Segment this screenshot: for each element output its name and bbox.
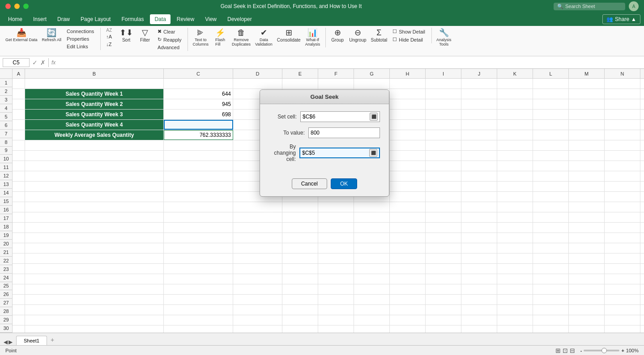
cell-H11[interactable] <box>390 182 426 191</box>
cell-F21[interactable] <box>318 284 354 294</box>
cell-D15[interactable] <box>233 223 282 232</box>
cell-K5[interactable] <box>497 120 533 130</box>
remove-duplicates-button[interactable]: 🗑 RemoveDuplicates <box>230 28 252 47</box>
cell-N18[interactable] <box>605 254 640 263</box>
minimize-button[interactable] <box>14 4 20 9</box>
cell-L25[interactable] <box>533 325 569 333</box>
cell-K1[interactable] <box>497 79 533 89</box>
tab-nav-right[interactable]: ▶ <box>9 339 13 345</box>
cell-M19[interactable] <box>569 264 605 274</box>
cell-K4[interactable] <box>497 110 533 119</box>
cell-E1[interactable] <box>282 79 318 89</box>
cell-D20[interactable] <box>233 274 282 284</box>
cell-H17[interactable] <box>390 243 426 253</box>
cell-C5[interactable] <box>164 120 233 130</box>
maximize-button[interactable] <box>23 4 29 9</box>
cell-D25[interactable] <box>233 325 282 333</box>
cell-L2[interactable] <box>533 89 569 99</box>
cell-K2[interactable] <box>497 89 533 99</box>
cell-I7[interactable] <box>426 140 461 150</box>
cell-N5[interactable] <box>605 120 640 130</box>
cell-L5[interactable] <box>533 120 569 130</box>
cell-K10[interactable] <box>497 171 533 181</box>
cell-E22[interactable] <box>282 295 318 304</box>
cell-J12[interactable] <box>461 192 497 202</box>
cell-I11[interactable] <box>426 182 461 191</box>
cell-C8[interactable] <box>164 151 233 161</box>
cell-I20[interactable] <box>426 274 461 284</box>
cell-M5[interactable] <box>569 120 605 130</box>
cell-C10[interactable] <box>164 171 233 181</box>
col-header-C[interactable]: C <box>164 69 233 78</box>
cell-B14[interactable] <box>25 212 164 222</box>
cell-J22[interactable] <box>461 295 497 304</box>
cell-F1[interactable] <box>318 79 354 89</box>
cell-L7[interactable] <box>533 140 569 150</box>
cell-G17[interactable] <box>354 243 390 253</box>
cell-C14[interactable] <box>164 212 233 222</box>
cell-M16[interactable] <box>569 233 605 243</box>
cell-J8[interactable] <box>461 151 497 161</box>
cell-L23[interactable] <box>533 305 569 315</box>
menu-review[interactable]: Review <box>172 14 199 24</box>
to-value-field[interactable] <box>311 130 378 136</box>
cell-I25[interactable] <box>426 325 461 333</box>
analysis-tools-button[interactable]: 🔧 AnalysisTools <box>435 28 453 47</box>
cell-B3[interactable]: Sales Quantity Week 2 <box>25 99 164 109</box>
cell-H3[interactable] <box>390 99 426 109</box>
cell-H24[interactable] <box>390 315 426 325</box>
cell-H13[interactable] <box>390 202 426 212</box>
cell-M6[interactable] <box>569 130 605 140</box>
cell-J13[interactable] <box>461 202 497 212</box>
cell-A11[interactable] <box>13 182 25 191</box>
cell-L17[interactable] <box>533 243 569 253</box>
col-header-I[interactable]: I <box>426 69 461 78</box>
cell-J7[interactable] <box>461 140 497 150</box>
cell-B15[interactable] <box>25 223 164 232</box>
cell-H5[interactable] <box>390 120 426 130</box>
what-if-analysis-button[interactable]: 📊 What-IfAnalysis <box>303 28 322 47</box>
by-changing-cell-input[interactable]: ⬛ <box>299 148 380 158</box>
cell-I9[interactable] <box>426 161 461 171</box>
cell-G23[interactable] <box>354 305 390 315</box>
cell-L14[interactable] <box>533 212 569 222</box>
cell-E25[interactable] <box>282 325 318 333</box>
cell-A23[interactable] <box>13 305 25 315</box>
cell-D13[interactable] <box>233 202 282 212</box>
formula-input[interactable] <box>58 59 641 66</box>
share-button[interactable]: 👥 Share ▲ <box>602 14 640 24</box>
cell-B21[interactable] <box>25 284 164 294</box>
set-cell-picker-button[interactable]: ⬛ <box>370 113 378 121</box>
cell-J19[interactable] <box>461 264 497 274</box>
cell-F15[interactable] <box>318 223 354 232</box>
cell-L12[interactable] <box>533 192 569 202</box>
cell-N25[interactable] <box>605 325 640 333</box>
flash-fill-button[interactable]: ⚡ FlashFill <box>211 28 229 47</box>
cell-B11[interactable] <box>25 182 164 191</box>
cell-G1[interactable] <box>354 79 390 89</box>
cell-H16[interactable] <box>390 233 426 243</box>
cell-J25[interactable] <box>461 325 497 333</box>
cell-N10[interactable] <box>605 171 640 181</box>
cell-A3[interactable] <box>13 99 25 109</box>
cell-E16[interactable] <box>282 233 318 243</box>
cell-K23[interactable] <box>497 305 533 315</box>
cell-C3[interactable]: 945 <box>164 99 233 109</box>
zoom-slider[interactable] <box>584 350 619 351</box>
cell-B17[interactable] <box>25 243 164 253</box>
cell-I18[interactable] <box>426 254 461 263</box>
cell-F24[interactable] <box>318 315 354 325</box>
cell-L21[interactable] <box>533 284 569 294</box>
col-header-M[interactable]: M <box>569 69 605 78</box>
cell-C22[interactable] <box>164 295 233 304</box>
cell-N23[interactable] <box>605 305 640 315</box>
connections-button[interactable]: Connections <box>64 28 97 35</box>
cell-I16[interactable] <box>426 233 461 243</box>
cell-I19[interactable] <box>426 264 461 274</box>
cell-H7[interactable] <box>390 140 426 150</box>
cell-J1[interactable] <box>461 79 497 89</box>
cell-I22[interactable] <box>426 295 461 304</box>
cell-G15[interactable] <box>354 223 390 232</box>
cell-J5[interactable] <box>461 120 497 130</box>
col-header-F[interactable]: F <box>318 69 354 78</box>
